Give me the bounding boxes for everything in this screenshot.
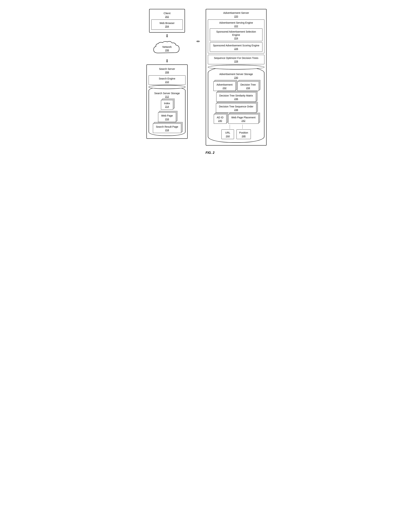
fig-caption: FIG. 2 (144, 151, 276, 155)
arrow-network-to-search: ⇕ (165, 59, 169, 63)
selection-engine-box: Sponsored Advertisement Selection Engine… (210, 29, 262, 41)
ad-id-title: AD ID (217, 116, 223, 119)
srp-front: Search Result Page 218 (153, 124, 181, 133)
advertisement-stacked: Advertisement 232 (213, 82, 235, 91)
position-num: 246 (239, 135, 248, 137)
wpp-pages: Web Page Placement 242 (228, 114, 259, 124)
decision-tree-pages: Decision Tree 234 (237, 82, 259, 91)
search-engine-title: Search Engine (159, 77, 175, 80)
advertisement-pages: Advertisement 232 (213, 82, 235, 91)
so-front: Decision Tree Sequence Order 238 (216, 103, 256, 113)
index-num: 214 (164, 105, 170, 108)
right-column: Advertisement Server 220 Advertisement S… (206, 9, 276, 146)
selection-engine-title: Sponsored Advertisement Selection Engine (216, 30, 256, 36)
network-title: Network (162, 45, 172, 48)
url-box: URL 244 (221, 129, 234, 139)
search-server-box: Search Server 208 Search Engine 210 Sear… (146, 64, 188, 139)
index-title: Index (164, 102, 170, 105)
ad-id-pages: AD ID 240 (214, 114, 226, 124)
web-browser-title: Web Browser (159, 22, 174, 24)
ad-storage-title: Advertisement Server Storage (219, 73, 253, 75)
client-box: Client 202 Web Browser 204 (149, 9, 185, 33)
dashed-right (242, 125, 243, 129)
network-text: Network 206 (162, 45, 172, 52)
search-server-storage: Search Server Storage 212 Index 214 (149, 87, 186, 136)
search-engine-box: Search Engine 210 (149, 75, 186, 85)
url-pos-row: URL 244 Position 246 (210, 129, 262, 139)
adid-front: AD ID 240 (214, 114, 226, 124)
network-cloud: Network 206 (151, 40, 183, 57)
scoring-engine-num: 226 (212, 47, 260, 50)
search-server-title: Search Server (159, 68, 175, 70)
decision-tree-stacked: Decision Tree 234 (237, 82, 259, 91)
seq-order-num: 238 (219, 108, 253, 111)
seq-optimizer-title: Sequence Optimizer For Decision Trees (214, 57, 258, 60)
position-box: Position 246 (237, 129, 251, 139)
decision-tree-title: Decision Tree (240, 83, 256, 86)
left-column: Client 202 Web Browser 204 ⇕ Network 206 (144, 9, 190, 139)
ad-id-stacked: AD ID 240 (214, 114, 226, 124)
search-storage-num: 212 (150, 95, 184, 98)
ad-storage-drum-top (208, 65, 264, 69)
url-num: 244 (224, 135, 231, 137)
wpp-title: Web Page Placement (231, 116, 255, 119)
ss-drum-top (149, 85, 186, 89)
dashed-connectors (210, 125, 262, 129)
dashed-left (230, 125, 230, 129)
selection-engine-num: 224 (212, 37, 260, 40)
similarity-matrix-title: Decision Tree Similarity Matrix (219, 94, 253, 97)
ad-server-num: 220 (208, 15, 264, 18)
ad-serving-num: 222 (210, 25, 262, 27)
similarity-matrix-num: 236 (219, 98, 253, 100)
ad-serving-title: Advertisement Serving Engine (219, 21, 253, 24)
advertisement-num: 232 (217, 87, 232, 89)
arrow-client-to-network: ⇕ (165, 34, 169, 38)
index-front: Index 214 (161, 100, 173, 110)
web-browser-box: Web Browser 204 (151, 20, 183, 30)
index-stacked: Index 214 (161, 100, 173, 110)
web-page-title: Web Page (161, 114, 173, 117)
page-container: Client 202 Web Browser 204 ⇕ Network 206 (140, 4, 280, 162)
advertisement-title: Advertisement (217, 83, 232, 86)
web-page-num: 216 (161, 118, 173, 120)
web-page-area: Web Page 216 (150, 113, 184, 122)
similarity-matrix-area: Decision Tree Similarity Matrix 236 (210, 92, 262, 102)
seq-order-title: Decision Tree Sequence Order (219, 105, 253, 108)
ad-server-storage: Advertisement Server Storage 230 Adverti… (208, 67, 264, 143)
scoring-engine-title: Sponsored Advertisement Scoring Engine (213, 44, 259, 47)
search-result-num: 218 (156, 129, 178, 131)
webpage-front: Web Page 216 (158, 113, 176, 122)
ad-server-box: Advertisement Server 220 Advertisement S… (206, 9, 267, 146)
web-browser-num: 204 (155, 25, 179, 28)
search-result-title: Search Result Page (156, 125, 178, 128)
web-page-stacked: Web Page 216 (158, 113, 176, 122)
wpp-num: 242 (231, 120, 255, 122)
diagram-area: Client 202 Web Browser 204 ⇕ Network 206 (144, 9, 276, 146)
url-title: URL (225, 131, 230, 134)
client-title: Client (164, 12, 170, 15)
seq-optimizer-box: Sequence Optimizer For Decision Trees 22… (208, 55, 264, 64)
similarity-matrix-pages: Decision Tree Similarity Matrix 236 (216, 92, 256, 102)
network-num: 206 (162, 49, 172, 52)
ad-storage-num: 230 (210, 76, 262, 79)
search-server-num: 208 (149, 71, 186, 74)
dt-front: Decision Tree 234 (237, 82, 259, 91)
search-engine-num: 210 (151, 81, 183, 83)
seq-optimizer-num: 228 (210, 60, 262, 63)
sm-front: Decision Tree Similarity Matrix 236 (216, 92, 256, 102)
client-num: 202 (151, 15, 183, 18)
web-page-placement-stacked: Web Page Placement 242 (228, 114, 259, 124)
decision-tree-num: 234 (240, 87, 256, 89)
ad-id-num: 240 (217, 120, 223, 122)
adid-placement-row: AD ID 240 Web Page Placement (210, 114, 262, 124)
ad-front: Advertisement 232 (213, 82, 235, 91)
ad-dt-row: Advertisement 232 Decision (210, 82, 262, 91)
search-storage-title: Search Server Storage (154, 92, 180, 95)
ad-serving-engine-box: Advertisement Serving Engine 222 Sponsor… (208, 20, 264, 53)
position-title: Position (239, 131, 248, 134)
scoring-engine-box: Sponsored Advertisement Scoring Engine 2… (210, 42, 262, 52)
ad-server-title: Advertisement Server (223, 11, 249, 14)
index-area: Index 214 (150, 100, 184, 111)
horizontal-arrow-network-ad: ⇔ (196, 39, 200, 44)
search-result-area: Search Result Page 218 (150, 124, 184, 133)
